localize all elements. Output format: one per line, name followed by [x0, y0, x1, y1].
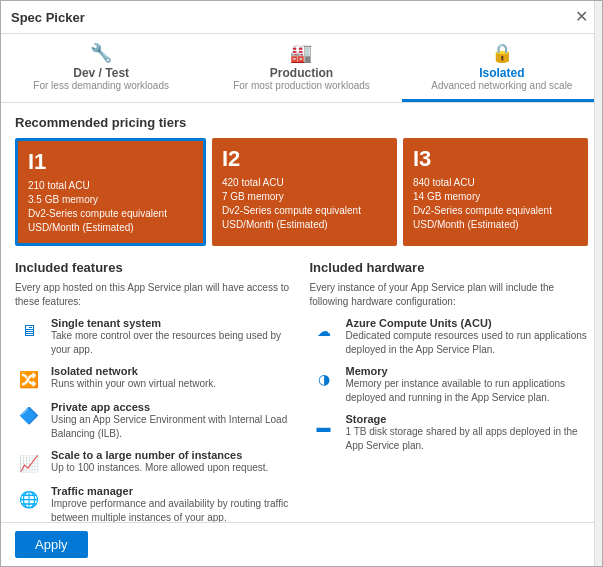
hardware-title: Included hardware — [310, 260, 589, 275]
hw-desc-2: 1 TB disk storage shared by all apps dep… — [346, 425, 589, 453]
feature-icon-2: 🔷 — [15, 401, 43, 429]
feature-desc-4: Improve performance and availability by … — [51, 497, 294, 522]
feature-item-4: 🌐 Traffic manager Improve performance an… — [15, 485, 294, 522]
tab-subtitle-dev-test: For less demanding workloads — [11, 80, 191, 91]
hw-icon-2: ▬ — [310, 413, 338, 441]
features-subtitle: Every app hosted on this App Service pla… — [15, 281, 294, 309]
feature-icon-4: 🌐 — [15, 485, 43, 513]
spec-picker-dialog: Spec Picker ✕ 🔧 Dev / Test For less dema… — [0, 0, 603, 567]
hw-icon-1: ◑ — [310, 365, 338, 393]
tab-icon-isolated: 🔒 — [412, 42, 592, 64]
tab-title-production: Production — [211, 66, 391, 80]
hw-title-0: Azure Compute Units (ACU) — [346, 317, 589, 329]
dialog-body: Recommended pricing tiers I1 210 total A… — [1, 103, 602, 522]
feature-item-0: 🖥 Single tenant system Take more control… — [15, 317, 294, 357]
tier-id-i3: I3 — [413, 146, 578, 172]
pricing-tiers: I1 210 total ACU3.5 GB memoryDv2-Series … — [15, 138, 588, 246]
feature-desc-1: Runs within your own virtual network. — [51, 377, 216, 391]
feature-text-2: Private app access Using an App Service … — [51, 401, 294, 441]
feature-title-3: Scale to a large number of instances — [51, 449, 268, 461]
feature-text-1: Isolated network Runs within your own vi… — [51, 365, 216, 391]
tab-title-isolated: Isolated — [412, 66, 592, 80]
apply-button[interactable]: Apply — [15, 531, 88, 558]
features-list: 🖥 Single tenant system Take more control… — [15, 317, 294, 522]
tab-dev-test[interactable]: 🔧 Dev / Test For less demanding workload… — [1, 34, 201, 102]
feature-text-0: Single tenant system Take more control o… — [51, 317, 294, 357]
hardware-subtitle: Every instance of your App Service plan … — [310, 281, 589, 309]
tier-info-i1: 210 total ACU3.5 GB memoryDv2-Series com… — [28, 179, 193, 235]
hw-text-0: Azure Compute Units (ACU) Dedicated comp… — [346, 317, 589, 357]
hw-icon-0: ☁ — [310, 317, 338, 345]
tier-info-i3: 840 total ACU14 GB memoryDv2-Series comp… — [413, 176, 578, 232]
tier-card-i1[interactable]: I1 210 total ACU3.5 GB memoryDv2-Series … — [15, 138, 206, 246]
feature-icon-0: 🖥 — [15, 317, 43, 345]
tab-subtitle-production: For most production workloads — [211, 80, 391, 91]
tab-title-dev-test: Dev / Test — [11, 66, 191, 80]
hardware-item-0: ☁ Azure Compute Units (ACU) Dedicated co… — [310, 317, 589, 357]
feature-desc-3: Up to 100 instances. More allowed upon r… — [51, 461, 268, 475]
feature-desc-2: Using an App Service Environment with In… — [51, 413, 294, 441]
tier-card-i2[interactable]: I2 420 total ACU7 GB memoryDv2-Series co… — [212, 138, 397, 246]
feature-icon-1: 🔀 — [15, 365, 43, 393]
tab-icon-production: 🏭 — [211, 42, 391, 64]
tab-subtitle-isolated: Advanced networking and scale — [412, 80, 592, 91]
feature-title-2: Private app access — [51, 401, 294, 413]
close-button[interactable]: ✕ — [571, 7, 592, 27]
hardware-item-2: ▬ Storage 1 TB disk storage shared by al… — [310, 413, 589, 453]
feature-text-3: Scale to a large number of instances Up … — [51, 449, 268, 475]
features-column: Included features Every app hosted on th… — [15, 260, 294, 522]
hardware-column: Included hardware Every instance of your… — [310, 260, 589, 522]
hw-desc-0: Dedicated compute resources used to run … — [346, 329, 589, 357]
two-column-section: Included features Every app hosted on th… — [15, 260, 588, 522]
hw-title-1: Memory — [346, 365, 589, 377]
pricing-section-title: Recommended pricing tiers — [15, 115, 588, 130]
feature-icon-3: 📈 — [15, 449, 43, 477]
feature-title-1: Isolated network — [51, 365, 216, 377]
feature-title-0: Single tenant system — [51, 317, 294, 329]
tab-icon-dev-test: 🔧 — [11, 42, 191, 64]
hardware-list: ☁ Azure Compute Units (ACU) Dedicated co… — [310, 317, 589, 453]
features-title: Included features — [15, 260, 294, 275]
hardware-item-1: ◑ Memory Memory per instance available t… — [310, 365, 589, 405]
feature-title-4: Traffic manager — [51, 485, 294, 497]
dialog-footer: Apply — [1, 522, 602, 566]
dialog-title: Spec Picker — [11, 10, 85, 25]
feature-item-2: 🔷 Private app access Using an App Servic… — [15, 401, 294, 441]
tab-isolated[interactable]: 🔒 Isolated Advanced networking and scale — [402, 34, 602, 102]
feature-desc-0: Take more control over the resources bei… — [51, 329, 294, 357]
tier-id-i2: I2 — [222, 146, 387, 172]
tabs-row: 🔧 Dev / Test For less demanding workload… — [1, 34, 602, 103]
scrollbar[interactable] — [594, 1, 602, 566]
feature-item-1: 🔀 Isolated network Runs within your own … — [15, 365, 294, 393]
title-bar: Spec Picker ✕ — [1, 1, 602, 34]
hw-text-2: Storage 1 TB disk storage shared by all … — [346, 413, 589, 453]
feature-item-3: 📈 Scale to a large number of instances U… — [15, 449, 294, 477]
feature-text-4: Traffic manager Improve performance and … — [51, 485, 294, 522]
tab-production[interactable]: 🏭 Production For most production workloa… — [201, 34, 401, 102]
hw-title-2: Storage — [346, 413, 589, 425]
tier-id-i1: I1 — [28, 149, 193, 175]
hw-desc-1: Memory per instance available to run app… — [346, 377, 589, 405]
hw-text-1: Memory Memory per instance available to … — [346, 365, 589, 405]
tier-info-i2: 420 total ACU7 GB memoryDv2-Series compu… — [222, 176, 387, 232]
tier-card-i3[interactable]: I3 840 total ACU14 GB memoryDv2-Series c… — [403, 138, 588, 246]
